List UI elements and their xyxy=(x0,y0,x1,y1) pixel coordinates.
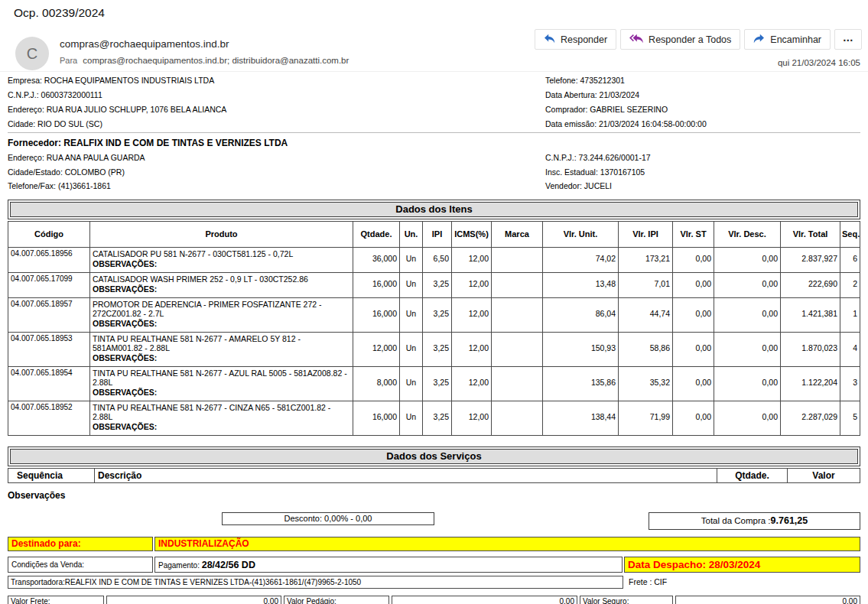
col-header-marca: Marca xyxy=(492,221,543,247)
desconto-box: Desconto: 0,00% - 0,00 xyxy=(222,512,434,525)
col-header-vlr-desc: Vlr. Desc. xyxy=(714,221,781,247)
col-header-descricao: Descrição xyxy=(95,468,717,482)
col-header-vlr-unit: Vlr. Unit. xyxy=(543,221,619,247)
buyer-endereco: Endereço: RUA RUA JULIO SCHLUPP, 1076 BE… xyxy=(8,102,545,117)
col-header-icms: ICMS(%) xyxy=(452,221,492,247)
item-vlr-desc: 0,00 xyxy=(714,297,781,332)
col-header-produto: Produto xyxy=(90,221,353,247)
forward-button[interactable]: Encaminhar xyxy=(744,29,831,50)
table-row: 04.007.065.18957 PROMOTOR DE ADERENCIA -… xyxy=(8,297,860,332)
col-header-sequencia: Sequência xyxy=(8,468,95,482)
observacoes-heading: Observações xyxy=(8,490,860,501)
recipients[interactable]: compras@rochaequipamentos.ind.br; distri… xyxy=(83,56,349,65)
item-vlr-unit: 86,04 xyxy=(543,297,619,332)
buyer-info: Empresa: ROCHA EQUIPAMENTOS INDUSTRIAIS … xyxy=(8,73,860,132)
reply-button[interactable]: Responder xyxy=(535,29,616,50)
item-seq: 1 xyxy=(840,297,860,332)
item-vlr-st: 0,00 xyxy=(673,366,714,401)
item-vlr-st: 0,00 xyxy=(673,401,714,435)
item-obs-label: OBSERVAÇÕES: xyxy=(93,284,350,294)
item-vlr-total: 1.122,204 xyxy=(781,366,840,401)
pagamento-label: Pagamento: xyxy=(158,561,200,570)
item-obs-label: OBSERVAÇÕES: xyxy=(93,319,350,328)
item-icms: 12,00 xyxy=(452,297,492,332)
item-obs-label: OBSERVAÇÕES: xyxy=(93,259,350,268)
item-vlr-desc: 0,00 xyxy=(714,247,781,272)
recipients-line: Paracompras@rochaequipamentos.ind.br; di… xyxy=(60,56,349,65)
item-un: Un xyxy=(400,297,423,332)
item-vlr-ipi: 35,32 xyxy=(619,366,673,401)
services-header-row: Sequência Descrição Qtdade. Valor xyxy=(8,468,860,482)
items-header-row: Código Produto Qtdade. Un. IPI ICMS(%) M… xyxy=(8,221,860,247)
col-header-qtdade: Qtdade. xyxy=(353,221,400,247)
more-actions-button[interactable]: ⋯ xyxy=(834,29,862,50)
item-icms: 12,00 xyxy=(452,247,492,272)
charge-value: 0,00 xyxy=(106,596,281,604)
item-codigo: 04.007.065.17099 xyxy=(8,272,90,297)
avatar[interactable]: C xyxy=(15,37,49,70)
item-qtdade: 16,000 xyxy=(353,401,400,435)
to-label: Para xyxy=(60,56,77,65)
reply-label: Responder xyxy=(561,34,607,45)
frete-label: Frete : CIF xyxy=(623,577,667,586)
buyer-cidade: Cidade: RIO DO SUL (SC) xyxy=(8,117,545,132)
item-codigo: 04.007.065.18957 xyxy=(8,297,90,332)
item-obs-label: OBSERVAÇÕES: xyxy=(93,353,350,362)
purchase-order-document: Empresa: ROCHA EQUIPAMENTOS INDUSTRIAIS … xyxy=(0,72,868,604)
item-vlr-ipi: 173,21 xyxy=(619,247,673,272)
item-ipi: 3,25 xyxy=(423,401,452,435)
item-vlr-ipi: 58,86 xyxy=(619,332,673,366)
item-marca xyxy=(492,366,543,401)
table-row: 04.007.065.18953 TINTA PU REALTHANE 581 … xyxy=(8,332,860,366)
destination-label: Destinado para: xyxy=(8,537,153,551)
item-vlr-unit: 13,48 xyxy=(543,272,619,297)
totals-row: Desconto: 0,00% - 0,00 Total da Compra :… xyxy=(8,512,860,530)
item-seq: 6 xyxy=(840,247,860,272)
item-icms: 12,00 xyxy=(452,332,492,366)
item-qtdade: 12,000 xyxy=(353,332,400,366)
item-produto: TINTA PU REALTHANE 581 N-2677 - AZUL RAL… xyxy=(90,366,353,401)
sender-email[interactable]: compras@rochaequipamentos.ind.br xyxy=(60,38,229,50)
item-marca xyxy=(492,272,543,297)
page-title: Ocp. 00239/2024 xyxy=(0,0,868,21)
charge-value: 0,00 xyxy=(675,596,860,604)
item-ipi: 3,25 xyxy=(423,297,452,332)
col-header-valor: Valor xyxy=(788,468,860,482)
items-section: Dados dos Itens xyxy=(8,200,860,219)
supplier-cnpj: C.N.P.J.: 73.244.626/0001-17 xyxy=(545,151,860,165)
transportadora-box: Transportadora:REALFIX IND E COM DE TINT… xyxy=(8,576,623,589)
item-vlr-ipi: 71,99 xyxy=(619,401,673,435)
col-header-seq: Seq. xyxy=(840,221,860,247)
item-ipi: 3,25 xyxy=(423,272,452,297)
item-qtdade: 8,000 xyxy=(353,366,400,401)
buyer-empresa: Empresa: ROCHA EQUIPAMENTOS INDUSTRIAIS … xyxy=(8,73,545,88)
reply-all-icon xyxy=(629,34,643,46)
reply-all-button[interactable]: Responder a Todos xyxy=(620,29,740,50)
item-qtdade: 36,000 xyxy=(353,247,400,272)
col-header-codigo: Código xyxy=(8,221,90,247)
item-marca xyxy=(492,332,543,366)
charge-label: Valor Seguro: xyxy=(580,596,673,604)
item-seq: 5 xyxy=(840,401,860,435)
item-produto: TINTA PU REALTHANE 581 N-2677 - CINZA N6… xyxy=(90,401,353,435)
item-marca xyxy=(492,297,543,332)
item-obs-label: OBSERVAÇÕES: xyxy=(93,422,350,431)
item-produto: TINTA PU REALTHANE 581 N-2677 - AMARELO … xyxy=(90,332,353,366)
item-qtdade: 16,000 xyxy=(353,297,400,332)
item-codigo: 04.007.065.18952 xyxy=(8,401,90,435)
item-seq: 3 xyxy=(840,366,860,401)
total-compra-value: 9.761,25 xyxy=(771,515,808,526)
item-vlr-total: 2.837,927 xyxy=(781,247,840,272)
data-despacho-box: Data Despacho: 28/03/2024 xyxy=(624,557,860,573)
transport-row: Transportadora:REALFIX IND E COM DE TINT… xyxy=(8,576,860,589)
item-ipi: 3,25 xyxy=(423,332,452,366)
table-row: 04.007.065.18952 TINTA PU REALTHANE 581 … xyxy=(8,401,860,435)
item-produto: CATALISADOR PU 581 N-2677 - 030CT581.125… xyxy=(90,247,353,272)
item-un: Un xyxy=(400,332,423,366)
sale-conditions-row: Condições da Venda: Pagamento: 28/42/56 … xyxy=(8,557,860,573)
items-section-title: Dados dos Itens xyxy=(10,202,858,217)
buyer-telefone: Telefone: 4735212301 xyxy=(545,73,860,88)
table-row: 04.007.065.18954 TINTA PU REALTHANE 581 … xyxy=(8,366,860,401)
item-vlr-total: 1.421,381 xyxy=(781,297,840,332)
destination-row: Destinado para: INDUSTRIALIZAÇÃO xyxy=(8,537,860,551)
